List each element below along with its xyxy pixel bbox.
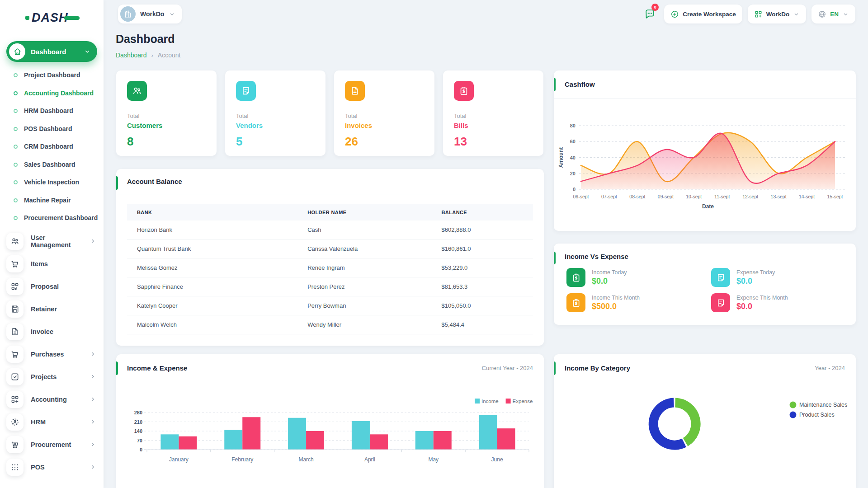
bullet-ring-icon — [14, 127, 18, 131]
svg-text:07-sept: 07-sept — [601, 194, 617, 199]
ive-item-expense-this-month: Expense This Month$0.0 — [711, 293, 845, 312]
bullet-ring-icon — [14, 198, 18, 202]
section-label: Retainer — [31, 305, 96, 313]
svg-text:Date: Date — [702, 203, 714, 210]
page-title: Dashboard — [116, 33, 175, 46]
stat-name: Invoices — [345, 122, 424, 129]
ive-value: $0.0 — [736, 302, 788, 311]
bullet-ring-icon — [14, 163, 18, 167]
sidebar-item-items[interactable]: Items — [0, 253, 104, 275]
section-label: Purchases — [31, 351, 82, 358]
cell-holder: Carissa Valenzuela — [297, 239, 431, 258]
sidebar-item-label: Dashboard — [31, 48, 84, 56]
svg-text:40: 40 — [570, 155, 576, 160]
subitem-label: Machine Repair — [24, 197, 71, 205]
section-label: Invoice — [31, 328, 96, 335]
sidebar-subitem-sales-dashboard[interactable]: Sales Dashboard — [0, 156, 104, 174]
workspace-pill[interactable]: WorkDo — [118, 5, 182, 23]
invoice-icon — [345, 81, 365, 101]
language-selector[interactable]: EN — [811, 5, 855, 23]
section-label: HRM — [31, 418, 82, 426]
breadcrumb: Dashboard › Account — [116, 52, 180, 59]
ive-value: $0.0 — [592, 277, 627, 286]
svg-text:09-sept: 09-sept — [658, 194, 674, 199]
app-logo[interactable]: DASH — [0, 0, 104, 25]
sidebar-subitem-pos-dashboard[interactable]: POS Dashboard — [0, 120, 104, 138]
users-icon — [127, 81, 147, 101]
sidebar-subitem-crm-dashboard[interactable]: CRM Dashboard — [0, 138, 104, 156]
ive-value: $0.0 — [736, 277, 775, 286]
table-row: Katelyn CooperPerry Bowman$105,050.0 — [127, 296, 533, 315]
account-balance-table: Bank Holder Name Balance Horizon BankCas… — [127, 204, 533, 334]
income-vs-expense-title: Income Vs Expense — [565, 253, 628, 260]
retainer-icon — [6, 300, 24, 318]
ive-label: Expense This Month — [736, 295, 788, 301]
bullet-ring-icon — [14, 145, 18, 149]
workspace-switcher-button[interactable]: WorkDo — [748, 5, 807, 23]
sidebar-subitem-machine-repair[interactable]: Machine Repair — [0, 192, 104, 210]
notification-badge: 0 — [651, 4, 659, 11]
note-icon — [711, 293, 730, 312]
sidebar-item-accounting[interactable]: Accounting — [0, 388, 104, 411]
section-label: Projects — [31, 373, 82, 380]
svg-text:06-sept: 06-sept — [573, 194, 589, 199]
cell-balance: $160,861.0 — [431, 239, 533, 258]
sidebar-subitem-vehicle-inspection[interactable]: Vehicle Inspection — [0, 174, 104, 192]
sidebar-item-user-management[interactable]: User Management — [0, 230, 104, 253]
sidebar-item-projects[interactable]: Projects — [0, 366, 104, 388]
sidebar-item-pos[interactable]: POS — [0, 456, 104, 479]
income-by-category-chart: Maintenance SalesProduct Sales — [554, 382, 856, 488]
svg-text:January: January — [169, 456, 189, 463]
cell-bank: Melissa Gomez — [127, 258, 297, 277]
bullet-ring-icon — [14, 109, 18, 113]
sidebar-item-retainer[interactable]: Retainer — [0, 298, 104, 320]
stat-total-label: Total — [454, 113, 533, 119]
stat-card-vendors: TotalVendors5 — [225, 70, 326, 156]
subitem-label: Procurement Dashboard — [24, 214, 98, 222]
bullet-ring-icon — [14, 180, 18, 184]
cashflow-title: Cashflow — [565, 80, 595, 88]
stat-card-customers: TotalCustomers8 — [116, 70, 217, 156]
sidebar-item-proposal[interactable]: Proposal — [0, 275, 104, 298]
chevron-down-icon — [169, 11, 175, 18]
stat-name: Customers — [127, 122, 206, 129]
section-label: Proposal — [31, 283, 96, 290]
chevron-right-icon — [90, 418, 96, 425]
svg-text:12-sept: 12-sept — [742, 194, 758, 199]
svg-text:Expense: Expense — [513, 399, 533, 404]
ive-value: $500.0 — [592, 302, 640, 311]
sidebar-item-hrm[interactable]: HRM — [0, 411, 104, 433]
chevron-down-icon — [842, 11, 849, 18]
sidebar-subitem-accounting-dashboard[interactable]: Accounting Dashboard — [0, 84, 104, 103]
sidebar-subitem-project-dashboard[interactable]: Project Dashboard — [0, 66, 104, 84]
stat-total-label: Total — [127, 113, 206, 119]
workspace-name: WorkDo — [140, 10, 164, 18]
logo-dash-icon — [64, 16, 80, 20]
stat-value: 26 — [345, 135, 424, 149]
bullet-ring-icon — [14, 216, 18, 220]
svg-text:14-sept: 14-sept — [799, 194, 815, 199]
sidebar: DASH Dashboard Project DashboardAccounti… — [0, 0, 104, 488]
svg-text:15-sept: 15-sept — [827, 194, 843, 199]
column-holder: Holder Name — [297, 204, 431, 221]
sidebar-subitem-procurement-dashboard[interactable]: Procurement Dashboard — [0, 209, 104, 227]
logo-dot-icon — [25, 16, 29, 20]
create-workspace-button[interactable]: Create Workspace — [664, 5, 742, 23]
cart-icon — [6, 255, 24, 272]
sidebar-item-dashboard[interactable]: Dashboard — [6, 41, 97, 62]
workspace-switcher-label: WorkDo — [766, 11, 790, 18]
sidebar-item-procurement[interactable]: Procurement — [0, 433, 104, 456]
language-label: EN — [830, 11, 839, 18]
sidebar-item-invoice[interactable]: Invoice — [0, 320, 104, 343]
svg-text:11-sept: 11-sept — [714, 194, 730, 199]
messages-button[interactable]: 0 — [641, 5, 659, 23]
accounting-icon — [6, 391, 24, 408]
income-by-category-card: Income By Category Year - 2024 Maintenan… — [554, 354, 856, 488]
cell-balance: $105,050.0 — [431, 296, 533, 315]
sidebar-item-purchases[interactable]: Purchases — [0, 343, 104, 366]
hrm-icon — [6, 413, 24, 431]
breadcrumb-dashboard-link[interactable]: Dashboard — [116, 52, 147, 59]
chevron-down-icon — [793, 11, 800, 18]
account-balance-card: Account Balance Bank Holder Name Balance… — [116, 169, 544, 346]
sidebar-subitem-hrm-dashboard[interactable]: HRM Dashboard — [0, 102, 104, 120]
